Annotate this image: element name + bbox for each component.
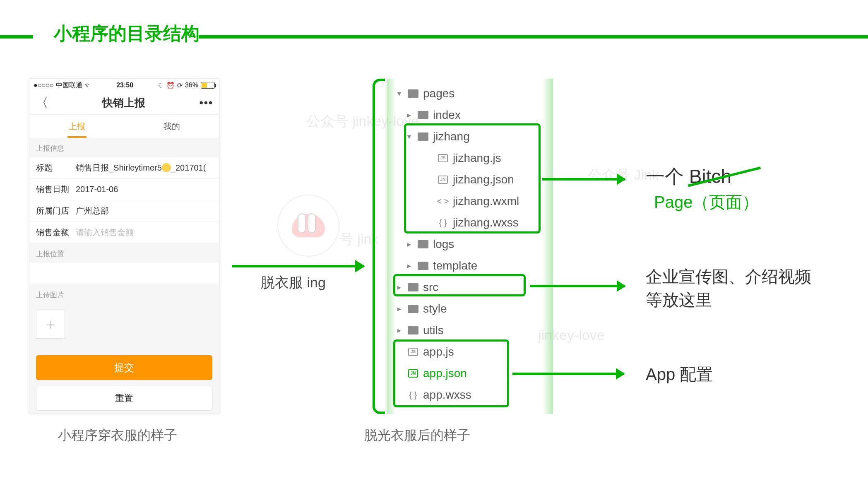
arrow-to-page-anno xyxy=(542,178,625,181)
tabs: 上报 我的 xyxy=(29,115,219,138)
folder-icon xyxy=(408,89,418,98)
store-label: 所属门店 xyxy=(36,205,76,217)
caption-with-clothes: 小程序穿衣服的样子 xyxy=(58,426,177,445)
arrow-to-src-anno xyxy=(530,285,625,287)
upload-image-button[interactable]: ＋ xyxy=(36,310,65,339)
reset-label: 重置 xyxy=(115,392,133,404)
caption-naked: 脱光衣服后的样子 xyxy=(364,426,470,445)
tab-report[interactable]: 上报 xyxy=(29,115,124,138)
sticker-icon xyxy=(277,195,339,257)
row-location-empty[interactable] xyxy=(29,263,219,284)
reset-button[interactable]: 重置 xyxy=(36,386,212,411)
folder-icon xyxy=(408,305,418,313)
highlight-src xyxy=(393,274,526,296)
tab-mine[interactable]: 我的 xyxy=(124,115,219,138)
emoji-icon xyxy=(162,163,171,172)
tree-label: utils xyxy=(423,320,444,341)
slide-title-bar: 小程序的目录结构 xyxy=(0,34,868,38)
battery-percent: 36% xyxy=(185,82,198,89)
title-rule-right xyxy=(199,35,868,39)
title-rule-left xyxy=(0,35,33,39)
folder-icon xyxy=(418,262,428,270)
back-icon[interactable]: 〈 xyxy=(35,94,48,112)
amount-label: 销售金额 xyxy=(36,227,76,238)
caption-undressing: 脱衣服 ing xyxy=(261,273,326,292)
highlight-app-files xyxy=(393,339,509,407)
row-store[interactable]: 所属门店 广州总部 xyxy=(29,200,219,222)
slide-title: 小程序的目录结构 xyxy=(54,22,200,46)
alarm-icon: ⏰ xyxy=(166,82,175,89)
tab-mine-label: 我的 xyxy=(164,121,180,132)
tree-logs[interactable]: ▸logs xyxy=(397,233,551,255)
row-amount[interactable]: 销售金额 请输入销售金额 xyxy=(29,222,219,243)
nav-title: 快销上报 xyxy=(102,96,145,110)
tree-label: index xyxy=(433,104,461,126)
anno-app: App 配置 xyxy=(646,363,713,386)
arrow-to-app-anno xyxy=(512,373,624,375)
tree-index[interactable]: ▸index xyxy=(397,104,551,126)
phone-mockup: ●○○○○ 中国联通 ᯤ 23:50 ☾ ⏰ ⟳ 36% 〈 快销上报 ••• … xyxy=(29,79,219,414)
tree-bracket xyxy=(373,79,385,414)
status-bar: ●○○○○ 中国联通 ᯤ 23:50 ☾ ⏰ ⟳ 36% xyxy=(29,79,219,91)
folder-icon xyxy=(418,240,428,248)
row-title[interactable]: 标题 销售日报_Shirleytimer5_201701( xyxy=(29,157,219,179)
row-date[interactable]: 销售日期 2017-01-06 xyxy=(29,179,219,200)
tab-report-label: 上报 xyxy=(69,121,85,132)
anno-page-correct: Page（页面） xyxy=(654,190,759,214)
date-value: 2017-01-06 xyxy=(76,185,212,194)
battery-icon xyxy=(201,82,215,89)
section-info-label: 上报信息 xyxy=(29,138,219,157)
wifi-icon: ᯤ xyxy=(85,82,91,89)
highlight-jizhang xyxy=(404,123,541,233)
store-value: 广州总部 xyxy=(76,205,212,217)
rotation-lock-icon: ⟳ xyxy=(177,82,183,89)
section-loc-label: 上报位置 xyxy=(29,243,219,263)
date-label: 销售日期 xyxy=(36,184,76,195)
title-value: 销售日报_Shirleytimer5_201701( xyxy=(76,162,212,173)
arrow-phone-to-tree xyxy=(232,265,364,267)
amount-placeholder: 请输入销售金额 xyxy=(76,227,212,238)
tree-label: style xyxy=(423,298,447,320)
anno-src: 企业宣传图、介绍视频等放这里 xyxy=(646,265,820,311)
tree-label: logs xyxy=(433,233,454,255)
tree-style[interactable]: ▸style xyxy=(397,298,551,320)
folder-icon xyxy=(418,111,428,119)
submit-label: 提交 xyxy=(114,361,134,374)
tree-label: template xyxy=(433,255,477,277)
signal-dots: ●○○○○ xyxy=(34,82,53,89)
more-icon[interactable]: ••• xyxy=(200,96,213,109)
title-label: 标题 xyxy=(36,162,76,173)
tree-pages[interactable]: ▾pages xyxy=(397,83,551,104)
carrier-label: 中国联通 xyxy=(56,81,82,90)
section-pic-label: 上传图片 xyxy=(29,284,219,304)
tree-template[interactable]: ▸template xyxy=(397,255,551,277)
tree-label: pages xyxy=(423,83,454,104)
clock: 23:50 xyxy=(116,82,133,89)
moon-icon: ☾ xyxy=(158,82,164,89)
folder-icon xyxy=(408,326,418,335)
submit-button[interactable]: 提交 xyxy=(36,355,212,380)
tree-utils[interactable]: ▸utils xyxy=(397,320,551,341)
nav-bar: 〈 快销上报 ••• xyxy=(29,91,219,115)
